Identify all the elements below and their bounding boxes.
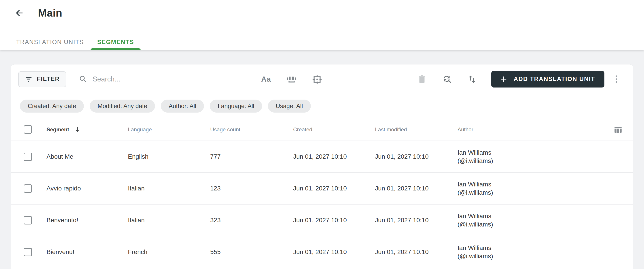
exact-match-button[interactable] [311,73,323,86]
search-option-icons: Aa [260,73,323,86]
author-name: Ian Williams [458,148,590,157]
active-tab-indicator [90,48,141,50]
column-header-author[interactable]: Author [458,126,594,133]
column-header-segment-label: Segment [46,126,69,133]
filter-button-label: FILTER [37,76,60,83]
author-cell: Ian Williams (@i.williams) [458,244,594,260]
delete-button[interactable] [416,73,428,86]
created-cell: Jun 01, 2027 10:10 [293,185,375,192]
trash-icon [417,74,427,84]
usage-count-cell: 777 [210,153,293,160]
find-replace-button[interactable] [441,73,453,86]
row-checkbox-cell [11,153,46,161]
next-row-edge [11,268,633,269]
segment-cell: Benvenuto! [46,217,128,224]
author-handle: (@i.williams) [458,220,590,228]
header-checkbox-cell [11,125,46,134]
segment-cell: About Me [46,153,128,160]
tab-bar: TRANSLATION UNITS SEGMENTS [0,34,644,50]
row-checkbox-cell [11,184,46,193]
row-checkbox[interactable] [24,216,32,224]
language-cell: English [128,153,210,160]
last-modified-cell: Jun 01, 2027 10:10 [375,185,458,192]
table-row[interactable]: Benvenuto! Italian 323 Jun 01, 2027 10:1… [11,204,633,236]
add-translation-unit-button[interactable]: ADD TRANSLATION UNIT [491,71,604,88]
title-row: Main [0,0,644,19]
chip-created[interactable]: Created: Any date [20,100,84,113]
chip-usage[interactable]: Usage: All [268,100,311,113]
table-row[interactable]: Bienvenu! French 555 Jun 01, 2027 10:10 … [11,236,633,268]
language-cell: Italian [128,185,210,192]
created-cell: Jun 01, 2027 10:10 [293,248,375,255]
filter-button[interactable]: FILTER [18,71,66,87]
author-handle: (@i.williams) [458,188,590,197]
column-header-language[interactable]: Language [128,126,210,133]
exact-match-frame-icon [312,74,322,84]
kebab-menu-icon [612,74,622,84]
author-handle: (@i.williams) [458,157,590,165]
column-header-usage-count[interactable]: Usage count [210,126,293,133]
table-row[interactable]: About Me English 777 Jun 01, 2027 10:10 … [11,141,633,172]
match-case-icon: Aa [261,75,271,84]
tab-segments[interactable]: SEGMENTS [90,34,141,50]
top-app-bar: Main TRANSLATION UNITS SEGMENTS [0,0,644,50]
row-checkbox-cell [11,248,46,256]
created-cell: Jun 01, 2027 10:10 [293,217,375,224]
search-input[interactable] [92,75,260,83]
select-all-checkbox[interactable] [24,125,32,134]
sort-descending-icon [74,126,81,133]
row-checkbox[interactable] [24,248,32,256]
language-cell: French [128,248,210,255]
whole-word-button[interactable] [285,73,298,86]
column-settings-button[interactable] [613,125,623,134]
last-modified-cell: Jun 01, 2027 10:10 [375,153,458,160]
column-header-last-modified[interactable]: Last modified [375,126,458,133]
toolbar-action-icons [416,73,478,86]
add-translation-unit-label: ADD TRANSLATION UNIT [514,76,595,83]
filter-list-icon [25,75,32,83]
page-title: Main [38,7,62,19]
back-button[interactable] [14,8,24,18]
author-cell: Ian Williams (@i.williams) [458,148,594,165]
arrow-left-icon [14,8,24,18]
search-icon [79,75,88,84]
tab-translation-units[interactable]: TRANSLATION UNITS [10,34,90,50]
plus-icon [499,75,508,84]
table-row[interactable]: Avvio rapido Italian 123 Jun 01, 2027 10… [11,172,633,204]
match-case-button[interactable]: Aa [260,73,272,86]
usage-count-cell: 323 [210,217,293,224]
row-checkbox[interactable] [24,153,32,161]
filter-chips-row: Created: Any date Modified: Any date Aut… [11,94,633,118]
more-options-button[interactable] [610,73,623,86]
chip-author[interactable]: Author: All [161,100,204,113]
row-checkbox-cell [11,216,46,224]
sort-arrows-icon [467,74,477,84]
author-cell: Ian Williams (@i.williams) [458,212,594,228]
author-handle: (@i.williams) [458,252,590,260]
usage-count-cell: 555 [210,248,293,255]
tab-segments-label: SEGMENTS [97,39,134,46]
tab-translation-units-label: TRANSLATION UNITS [16,39,84,46]
chip-modified[interactable]: Modified: Any date [90,100,155,113]
segment-cell: Bienvenu! [46,248,128,255]
usage-count-cell: 123 [210,185,293,192]
toolbar: FILTER Aa [11,65,633,94]
author-name: Ian Williams [458,212,590,220]
author-name: Ian Williams [458,180,590,188]
author-name: Ian Williams [458,244,590,252]
column-header-segment[interactable]: Segment [46,126,128,133]
language-cell: Italian [128,217,210,224]
last-modified-cell: Jun 01, 2027 10:10 [375,248,458,255]
whole-word-icon [286,74,297,84]
sort-order-button[interactable] [466,73,478,86]
segment-cell: Avvio rapido [46,185,128,192]
header-columns-cell [594,125,633,134]
column-header-created[interactable]: Created [293,126,375,133]
find-replace-icon [442,74,452,84]
table-header-row: Segment Language Usage count Created Las… [11,118,633,141]
search-box [79,75,260,84]
chip-language[interactable]: Language: All [210,100,262,113]
author-cell: Ian Williams (@i.williams) [458,180,594,197]
view-columns-icon [613,125,623,134]
row-checkbox[interactable] [24,184,32,193]
